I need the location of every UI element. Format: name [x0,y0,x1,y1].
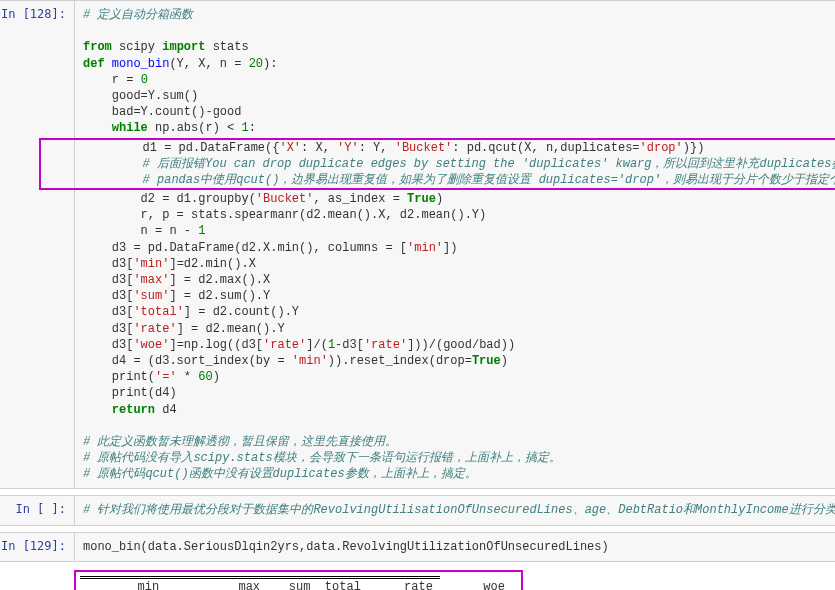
highlight-box-code: d1 = pd.DataFrame({'X': X, 'Y': Y, 'Buck… [39,138,835,191]
code-block: # 定义自动分箱函数 from scipy import stats def m… [83,7,835,482]
output-prompt [0,568,66,590]
code-input-blank[interactable]: # 针对我们将使用最优分段对于数据集中的RevolvingUtilisation… [74,496,835,524]
code-block: mono_bin(data.SeriousDlqin2yrs,data.Revo… [83,539,827,555]
code-input-129[interactable]: mono_bin(data.SeriousDlqin2yrs,data.Revo… [74,533,835,561]
output-area: min max sum total rate woe 0 0.000000 0.… [66,568,835,590]
code-cell-129: In [129]: mono_bin(data.SeriousDlqin2yrs… [0,532,835,562]
output-text: min max sum total rate woe 0 0.000000 0.… [80,576,505,590]
code-cell-blank: In [ ]: # 针对我们将使用最优分段对于数据集中的RevolvingUti… [0,495,835,525]
prompt-in-128: In [128]: [0,1,74,488]
code-cell-128: In [128]: # 定义自动分箱函数 from scipy import s… [0,0,835,489]
highlight-box-output: min max sum total rate woe 0 0.000000 0.… [74,570,523,590]
code-input-128[interactable]: # 定义自动分箱函数 from scipy import stats def m… [74,1,835,488]
prompt-in-129: In [129]: [0,533,74,561]
code-block: # 针对我们将使用最优分段对于数据集中的RevolvingUtilisation… [83,502,835,518]
output-cell-129: min max sum total rate woe 0 0.000000 0.… [0,568,835,590]
prompt-in-blank: In [ ]: [0,496,74,524]
